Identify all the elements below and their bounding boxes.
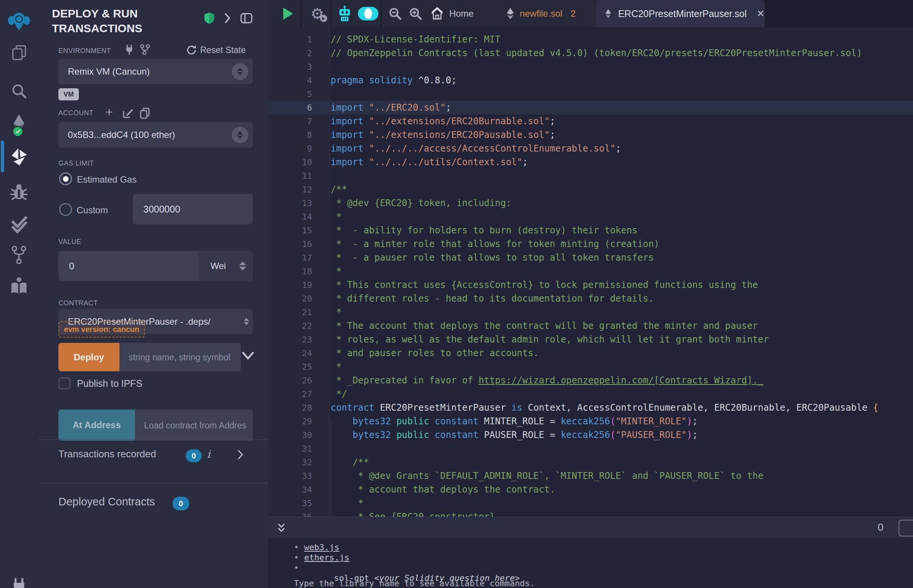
value-input[interactable]: [58, 251, 199, 281]
environment-select[interactable]: Remix VM (Cancun): [58, 59, 253, 84]
tab-active-file[interactable]: ERC20PresetMinterPauser.sol: [596, 0, 765, 27]
code-line[interactable]: 34 * account that deploys the contract.: [268, 483, 913, 496]
code-line[interactable]: 15 * - ability for holders to burn (dest…: [268, 223, 913, 237]
expand-terminal-icon[interactable]: [277, 522, 286, 534]
transactions-recorded-label: Transactions recorded: [58, 448, 156, 460]
remix-logo-icon[interactable]: [0, 9, 38, 32]
custom-gas-input[interactable]: [133, 194, 253, 224]
deploy-params-input[interactable]: [120, 343, 241, 371]
terminal-search-box[interactable]: [898, 520, 913, 536]
expand-transactions-icon[interactable]: [237, 449, 243, 460]
code-line[interactable]: 6import "../ERC20.sol";: [268, 101, 913, 115]
line-number: 26: [268, 374, 312, 388]
editor-area: ⚙: [268, 0, 913, 588]
code-line[interactable]: 33 * @dev Grants `DEFAULT_ADMIN_ROLE`, `…: [268, 469, 913, 483]
add-account-icon[interactable]: +: [105, 105, 113, 120]
terminal-bar[interactable]: 0: [268, 517, 913, 538]
code-line[interactable]: 5: [268, 87, 913, 101]
code-line[interactable]: 16 * - a minter role that allows for tok…: [268, 237, 913, 251]
code-line[interactable]: 21 *: [268, 305, 913, 319]
edit-account-icon[interactable]: [122, 108, 133, 119]
tab-home[interactable]: Home: [431, 0, 474, 27]
code-line[interactable]: 27 */: [268, 387, 913, 401]
code-line[interactable]: 17 * - a pauser role that allows to stop…: [268, 251, 913, 265]
chevron-right-icon[interactable]: [225, 13, 230, 23]
copy-address-icon[interactable]: [139, 108, 150, 119]
ai-assistant-icon[interactable]: [335, 0, 355, 27]
line-number: 17: [268, 251, 312, 265]
code-line[interactable]: 3: [268, 60, 913, 73]
value-unit: Wei: [210, 261, 226, 271]
publish-ipfs-checkbox[interactable]: [58, 377, 71, 389]
code-editor[interactable]: 1// SPDX-License-Identifier: MIT2// Open…: [268, 27, 913, 517]
vm-badge: VM: [58, 88, 79, 100]
code-line[interactable]: 9import "../../../access/AccessControlEn…: [268, 142, 913, 155]
code-line[interactable]: 28contract ERC20PresetMinterPauser is Co…: [268, 401, 913, 415]
line-number: 13: [268, 197, 312, 210]
remix-logo-icon: [7, 9, 31, 32]
code-line[interactable]: 12/**: [268, 183, 913, 196]
shield-icon[interactable]: [204, 12, 215, 24]
code-line[interactable]: 35 *: [268, 496, 913, 510]
line-number: 16: [268, 237, 312, 251]
run-script-icon[interactable]: [279, 0, 297, 27]
code-line[interactable]: 14 *: [268, 210, 913, 223]
code-line[interactable]: 24 * and pauser roles to other accounts.: [268, 346, 913, 360]
tab-newfile[interactable]: newfile.sol 2: [505, 0, 576, 27]
pin-panel-icon[interactable]: [240, 13, 253, 24]
code-line[interactable]: 4pragma solidity ^0.8.0;: [268, 73, 913, 87]
at-address-input[interactable]: [135, 410, 253, 441]
code-line[interactable]: 8import "../extensions/ERC20Pausable.sol…: [268, 128, 913, 142]
terminal-link[interactable]: ethers.js: [304, 553, 349, 562]
ai-copilot-toggle[interactable]: [357, 0, 380, 27]
code-line[interactable]: 10import "../../../utils/Context.sol";: [268, 155, 913, 169]
zoom-in-icon[interactable]: [407, 0, 424, 27]
code-line[interactable]: 30 bytes32 public constant PAUSER_ROLE =…: [268, 428, 913, 442]
plugin-manager-icon[interactable]: [0, 577, 38, 588]
zoom-out-icon[interactable]: [386, 0, 404, 27]
git-icon[interactable]: [0, 246, 38, 265]
code-line[interactable]: 11: [268, 169, 913, 183]
close-tab-icon[interactable]: [756, 8, 765, 20]
code-line[interactable]: 26 * _Deprecated in favor of https://wiz…: [268, 373, 913, 387]
fork-environment-icon[interactable]: [139, 44, 150, 55]
script-config-icon[interactable]: ⚙: [306, 0, 329, 27]
code-line[interactable]: 22 * The account that deploys the contra…: [268, 319, 913, 333]
code-line[interactable]: 20 * different roles - head to its docum…: [268, 292, 913, 305]
deploy-button[interactable]: Deploy: [58, 343, 120, 371]
code-line[interactable]: 1// SPDX-License-Identifier: MIT: [268, 32, 913, 46]
code-line[interactable]: 19 * This contract uses {AccessControl} …: [268, 278, 913, 292]
code-line[interactable]: 23 * roles, as well as the default admin…: [268, 333, 913, 346]
reset-state-label: Reset State: [200, 45, 246, 55]
code-line[interactable]: 31: [268, 442, 913, 456]
terminal[interactable]: web3.jsethers.js sol-gpt <your Solidity …: [268, 538, 913, 588]
reset-state-button[interactable]: Reset State: [186, 45, 246, 55]
code-line[interactable]: 36 * See {ERC20-constructor}.: [268, 510, 913, 517]
info-icon[interactable]: [207, 448, 210, 460]
code-line[interactable]: 25 *: [268, 360, 913, 373]
expand-deploy-icon[interactable]: [242, 352, 254, 360]
at-address-button[interactable]: At Address: [58, 410, 135, 441]
terminal-link[interactable]: web3.js: [304, 543, 339, 552]
file-explorer-icon[interactable]: [0, 44, 38, 61]
account-select[interactable]: 0x5B3...eddC4 (100 ether): [58, 122, 253, 148]
debugger-icon[interactable]: [0, 182, 38, 201]
code-line[interactable]: 18 *: [268, 265, 913, 278]
line-number: 20: [268, 292, 312, 306]
unit-testing-icon[interactable]: [0, 215, 38, 233]
learneth-icon[interactable]: [0, 276, 38, 296]
code-line[interactable]: 13 * @dev {ERC20} token, including:: [268, 196, 913, 210]
solidity-compiler-icon[interactable]: [0, 114, 38, 135]
code-line[interactable]: 29 bytes32 public constant MINTER_ROLE =…: [268, 415, 913, 428]
search-icon[interactable]: [0, 82, 38, 99]
line-number: 36: [268, 510, 312, 517]
estimated-gas-radio[interactable]: [59, 172, 72, 185]
custom-gas-radio[interactable]: [59, 203, 72, 216]
code-line[interactable]: 2// OpenZeppelin Contracts (last updated…: [268, 46, 913, 60]
plug-icon[interactable]: [125, 45, 134, 55]
value-unit-select[interactable]: Wei: [199, 251, 253, 281]
code-line[interactable]: 7import "../extensions/ERC20Burnable.sol…: [268, 115, 913, 128]
code-line[interactable]: 32 /**: [268, 456, 913, 469]
deploy-run-icon[interactable]: [0, 146, 38, 168]
custom-gas-label: Custom: [76, 205, 108, 216]
